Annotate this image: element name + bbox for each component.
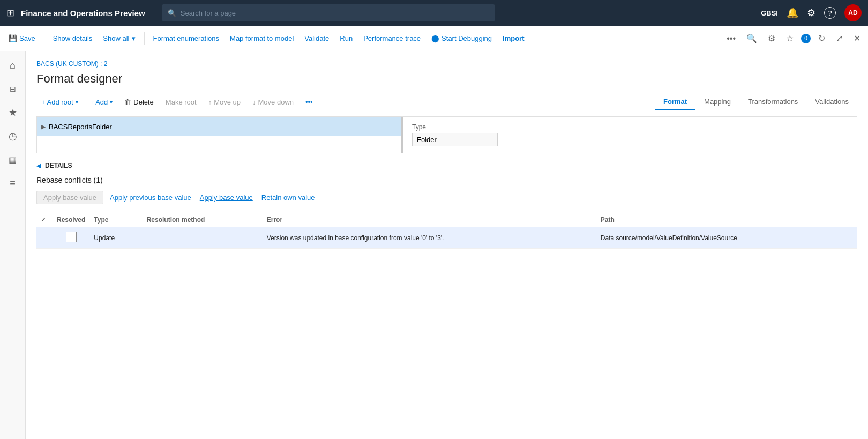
- col-error: Error: [263, 213, 596, 227]
- collapse-icon: ◀: [36, 162, 41, 169]
- toolbar-settings-button[interactable]: ⚙: [765, 31, 779, 46]
- show-details-button[interactable]: Show details: [49, 32, 97, 44]
- table-row: Update Version was updated in base confi…: [36, 227, 857, 249]
- delete-button[interactable]: 🗑 Delete: [119, 95, 159, 109]
- search-bar[interactable]: 🔍 Search for a page: [162, 4, 495, 21]
- move-up-button[interactable]: ↑ Move up: [204, 95, 245, 109]
- show-all-caret: ▾: [132, 34, 136, 42]
- tab-mapping[interactable]: Mapping: [695, 94, 739, 110]
- toolbar-close-button[interactable]: ✕: [850, 31, 864, 46]
- conflict-table: ✓ Resolved Type Resolution method Error …: [36, 213, 857, 249]
- format-tree: ▶ BACSReportsFolder: [37, 117, 401, 153]
- action-row: + Add root ▾ + Add ▾ 🗑 Delete Make root …: [36, 94, 857, 110]
- cell-resolution-method: [143, 227, 263, 249]
- search-icon: 🔍: [168, 9, 176, 17]
- details-header[interactable]: ◀ DETAILS: [36, 162, 857, 169]
- save-icon: 💾: [9, 34, 17, 42]
- col-resolved: Resolved: [53, 213, 89, 227]
- show-all-button[interactable]: Show all ▾: [99, 32, 139, 44]
- left-sidebar: ⌂ ⊟ ★ ◷ ▦ ≡: [0, 51, 26, 439]
- run-button[interactable]: Run: [335, 32, 357, 44]
- separator-2: [144, 32, 145, 45]
- toolbar-right-actions: ••• 🔍 ⚙ ☆ 0 ↻ ⤢ ✕: [723, 31, 864, 46]
- main-layout: ⌂ ⊟ ★ ◷ ▦ ≡ BACS (UK CUSTOM) : 2 Format …: [0, 51, 868, 439]
- rebase-title: Rebase conflicts (1): [36, 176, 857, 184]
- col-resolution-method: Resolution method: [143, 213, 263, 227]
- gear-icon[interactable]: ⚙: [807, 7, 815, 19]
- col-check: ✓: [36, 213, 53, 227]
- move-down-button[interactable]: ↓ Move down: [248, 95, 298, 109]
- details-section: ◀ DETAILS Rebase conflicts (1) Apply bas…: [36, 162, 857, 249]
- content-area: BACS (UK CUSTOM) : 2 Format designer + A…: [26, 51, 868, 439]
- toolbar-refresh-button[interactable]: ↻: [815, 31, 828, 46]
- help-icon[interactable]: ?: [824, 7, 836, 19]
- add-root-button[interactable]: + Add root ▾: [36, 95, 83, 109]
- move-down-icon: ↓: [252, 98, 256, 106]
- resolved-checkbox[interactable]: [66, 232, 77, 242]
- bell-icon[interactable]: 🔔: [787, 7, 798, 19]
- cell-resolved[interactable]: [53, 227, 89, 249]
- import-button[interactable]: Import: [498, 32, 528, 44]
- sidebar-item-favorites[interactable]: ★: [3, 103, 23, 122]
- toolbar-popout-button[interactable]: ⤢: [833, 31, 846, 46]
- avatar[interactable]: AD: [844, 4, 862, 21]
- col-type: Type: [89, 213, 142, 227]
- sidebar-item-filter[interactable]: ⊟: [3, 79, 23, 99]
- tree-item-label: BACSReportsFolder: [49, 123, 112, 131]
- debug-icon: ⬤: [431, 34, 439, 42]
- sidebar-item-home[interactable]: ⌂: [3, 56, 23, 75]
- save-button[interactable]: 💾 Save: [4, 32, 40, 44]
- cell-error: Version was updated in base configuratio…: [263, 227, 596, 249]
- delete-icon: 🗑: [124, 98, 131, 106]
- top-nav: ⊞ Finance and Operations Preview 🔍 Searc…: [0, 0, 868, 26]
- search-placeholder: Search for a page: [181, 9, 236, 17]
- apply-base-value-button[interactable]: Apply base value: [198, 192, 255, 203]
- user-code: GBSI: [761, 9, 778, 17]
- apply-previous-base-value-button[interactable]: Apply previous base value: [108, 192, 193, 203]
- toolbar-search-button[interactable]: 🔍: [743, 31, 760, 46]
- map-format-to-model-button[interactable]: Map format to model: [226, 32, 298, 44]
- grid-icon[interactable]: ⊞: [6, 7, 14, 19]
- tab-format[interactable]: Format: [655, 94, 695, 110]
- app-title: Finance and Operations Preview: [21, 9, 145, 18]
- notification-badge[interactable]: 0: [801, 34, 811, 43]
- tree-item-bacs[interactable]: ▶ BACSReportsFolder: [37, 117, 401, 136]
- performance-trace-button[interactable]: Performance trace: [359, 32, 425, 44]
- page-title: Format designer: [36, 72, 857, 86]
- tab-transformations[interactable]: Transformations: [739, 94, 806, 110]
- sidebar-item-workspaces[interactable]: ▦: [3, 150, 23, 169]
- toolbar: 💾 Save Show details Show all ▾ Format en…: [0, 26, 868, 51]
- sidebar-item-recent[interactable]: ◷: [3, 127, 23, 146]
- breadcrumb: BACS (UK CUSTOM) : 2: [36, 60, 857, 68]
- cell-type: Update: [89, 227, 142, 249]
- retain-own-value-button[interactable]: Retain own value: [259, 192, 317, 203]
- conflict-actions: Apply base value Apply previous base val…: [36, 191, 857, 204]
- expand-icon[interactable]: ▶: [41, 123, 46, 130]
- make-root-button[interactable]: Make root: [161, 95, 201, 109]
- type-value: Folder: [412, 133, 498, 146]
- format-enumerations-button[interactable]: Format enumerations: [149, 32, 224, 44]
- cell-path: Data source/model/ValueDefinition/ValueS…: [596, 227, 857, 249]
- format-layout: ▶ BACSReportsFolder Type Folder: [36, 116, 857, 153]
- top-nav-right: GBSI 🔔 ⚙ ? AD: [761, 4, 862, 21]
- validate-button[interactable]: Validate: [300, 32, 333, 44]
- cell-check: [36, 227, 53, 249]
- sidebar-item-list[interactable]: ≡: [3, 174, 23, 193]
- tab-validations[interactable]: Validations: [806, 94, 857, 110]
- col-path: Path: [596, 213, 857, 227]
- add-button[interactable]: + Add ▾: [85, 95, 118, 109]
- tab-strip: Format Mapping Transformations Validatio…: [655, 94, 857, 110]
- right-panel: Type Folder: [403, 117, 857, 153]
- move-up-icon: ↑: [208, 98, 212, 106]
- type-label: Type: [412, 123, 848, 131]
- apply-base-value-ghost-button[interactable]: Apply base value: [36, 191, 103, 204]
- separator-1: [44, 32, 44, 45]
- more-actions-button[interactable]: •••: [301, 95, 318, 109]
- more-button[interactable]: •••: [723, 32, 739, 46]
- start-debugging-button[interactable]: ⬤ Start Debugging: [427, 32, 496, 44]
- toolbar-favorite-button[interactable]: ☆: [783, 31, 797, 46]
